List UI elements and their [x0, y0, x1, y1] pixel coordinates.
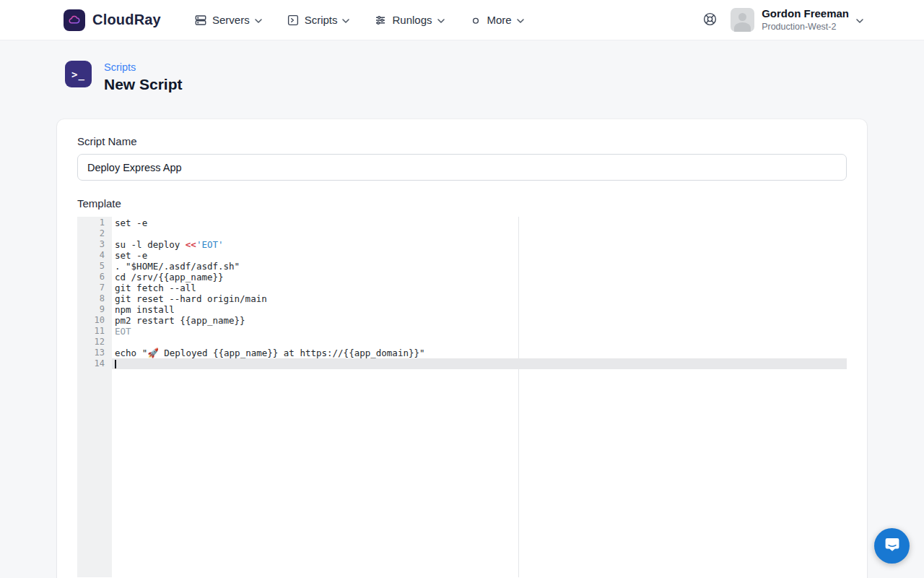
script-name-input[interactable]	[77, 154, 847, 181]
new-script-card: Script Name Template 1234567891011121314…	[57, 119, 867, 578]
code-line: npm install	[112, 304, 847, 315]
more-icon	[469, 14, 482, 27]
line-number: 9	[77, 304, 112, 315]
line-number: 6	[77, 272, 112, 282]
line-number: 1	[77, 217, 112, 228]
line-number: 8	[77, 293, 112, 304]
code-line	[112, 358, 847, 369]
user-name: Gordon Freeman	[762, 7, 849, 20]
code-line: set -e	[112, 250, 847, 261]
code-editor: 1234567891011121314 set -esu -l deploy <…	[77, 217, 847, 577]
servers-icon	[194, 14, 207, 27]
line-number: 4	[77, 250, 112, 261]
script-name-label: Script Name	[77, 135, 847, 147]
chat-launcher-button[interactable]	[874, 528, 910, 564]
scripts-icon	[287, 14, 300, 27]
code-line: EOT	[112, 326, 847, 337]
main-nav: Servers Scripts Runlogs More	[194, 14, 524, 27]
chevron-down-icon	[342, 19, 349, 23]
nav-item-servers[interactable]: Servers	[194, 14, 262, 27]
chevron-down-icon	[255, 19, 262, 23]
template-label: Template	[77, 197, 847, 210]
nav-item-scripts[interactable]: Scripts	[287, 14, 350, 27]
line-number: 11	[77, 326, 112, 337]
code-line: pm2 restart {{app_name}}	[112, 315, 847, 326]
code-line	[112, 228, 847, 239]
help-button[interactable]	[702, 12, 718, 29]
line-number: 2	[77, 228, 112, 239]
brand-name: CloudRay	[92, 12, 161, 28]
code-line: set -e	[112, 217, 847, 228]
terminal-icon: >_	[65, 61, 92, 87]
line-number: 7	[77, 282, 112, 293]
text-cursor	[115, 360, 116, 368]
line-number: 14	[77, 358, 112, 369]
nav-item-runlogs[interactable]: Runlogs	[374, 14, 444, 27]
line-number: 13	[77, 348, 112, 358]
editor-gutter: 1234567891011121314	[77, 217, 112, 577]
cloudray-logo-icon	[64, 9, 85, 31]
chevron-down-icon	[437, 19, 445, 23]
cloudray-logo[interactable]: CloudRay	[64, 9, 161, 31]
breadcrumb-scripts[interactable]: Scripts	[104, 61, 136, 73]
code-line: . "$HOME/.asdf/asdf.sh"	[112, 261, 847, 272]
line-number: 3	[77, 239, 112, 250]
code-line: cd /srv/{{app_name}}	[112, 272, 847, 282]
nav-item-more[interactable]: More	[469, 14, 524, 27]
code-line: echo "🚀 Deployed {{app_name}} at https:/…	[112, 348, 847, 358]
line-number: 10	[77, 315, 112, 326]
life-ring-icon	[702, 12, 718, 29]
chevron-down-icon	[856, 19, 863, 23]
page-title: New Script	[104, 76, 183, 93]
code-line: git fetch --all	[112, 282, 847, 293]
user-menu[interactable]: Gordon Freeman Production-West-2	[731, 7, 863, 33]
chat-bubble-icon	[884, 536, 901, 556]
top-navbar: CloudRay Servers Scripts Runlogs More Go…	[0, 0, 924, 40]
code-line: git reset --hard origin/main	[112, 293, 847, 304]
runlogs-icon	[374, 14, 387, 27]
chevron-down-icon	[517, 19, 524, 23]
code-line: su -l deploy <<'EOT'	[112, 239, 847, 250]
line-number: 5	[77, 261, 112, 272]
editor-code-area[interactable]: set -esu -l deploy <<'EOT'set -e. "$HOME…	[112, 217, 847, 577]
code-line	[112, 337, 847, 348]
line-number: 12	[77, 337, 112, 348]
workspace-label: Production-West-2	[762, 22, 849, 33]
avatar	[731, 8, 754, 32]
